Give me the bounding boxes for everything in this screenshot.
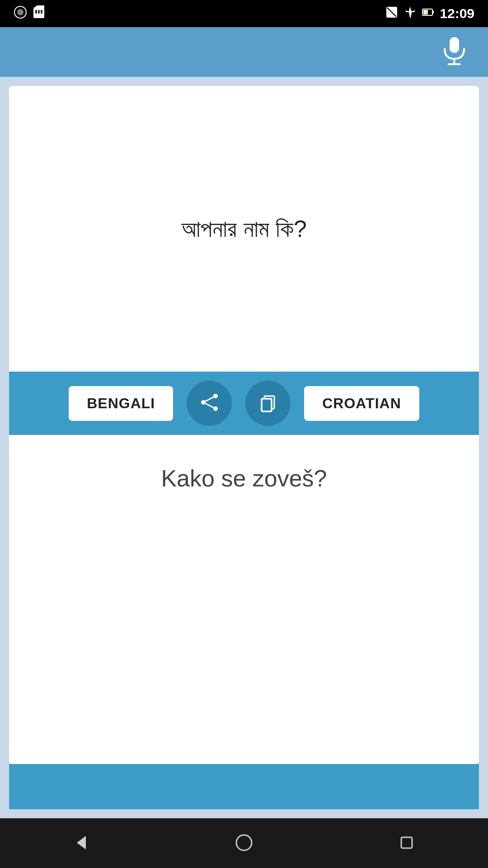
home-icon [235, 834, 253, 853]
home-button[interactable] [226, 825, 262, 862]
bottom-action-bar [9, 764, 479, 809]
svg-text:⚡: ⚡ [424, 10, 429, 16]
svg-rect-4 [35, 10, 37, 14]
svg-rect-5 [38, 10, 40, 14]
sim-blocked-icon [385, 6, 398, 22]
sd-card-icon [33, 5, 45, 22]
share-button[interactable] [187, 381, 232, 426]
target-panel: Kako se zoveš? [9, 435, 479, 764]
nav-bar [0, 818, 488, 868]
microphone-icon [442, 36, 467, 68]
source-language-button[interactable]: BENGALI [69, 386, 173, 421]
svg-rect-26 [401, 837, 412, 848]
source-text: আপনার নাম কি? [181, 212, 307, 245]
copy-icon [258, 392, 278, 414]
copy-button[interactable] [245, 381, 291, 426]
svg-rect-6 [41, 10, 42, 14]
recent-button[interactable] [389, 825, 425, 862]
svg-rect-22 [262, 399, 272, 411]
svg-point-1 [17, 9, 23, 15]
svg-marker-3 [33, 5, 44, 8]
back-button[interactable] [63, 825, 99, 862]
status-right-icons: ⚡ 12:09 [385, 6, 474, 22]
language-bar: BENGALI CROATIAN [9, 372, 479, 435]
circle-icon [14, 5, 27, 22]
target-language-button[interactable]: CROATIAN [304, 386, 419, 421]
microphone-button[interactable] [438, 36, 470, 68]
svg-rect-13 [450, 37, 459, 53]
svg-rect-10 [432, 11, 434, 14]
status-time: 12:09 [440, 6, 474, 21]
status-bar: ⚡ 12:09 [0, 0, 488, 27]
svg-line-20 [203, 402, 216, 409]
svg-point-25 [236, 835, 252, 850]
main-content: আপনার নাম কি? BENGALI [0, 77, 488, 818]
status-left-icons [14, 5, 45, 22]
battery-icon: ⚡ [422, 6, 434, 22]
back-icon [72, 834, 90, 853]
app-header [0, 27, 488, 77]
svg-marker-24 [77, 836, 86, 849]
svg-line-19 [203, 396, 216, 402]
source-panel: আপনার নাম কি? [9, 86, 479, 372]
target-text: Kako se zoveš? [161, 462, 327, 495]
airplane-icon [404, 6, 416, 22]
share-icon [199, 392, 220, 414]
recent-icon [398, 834, 416, 853]
